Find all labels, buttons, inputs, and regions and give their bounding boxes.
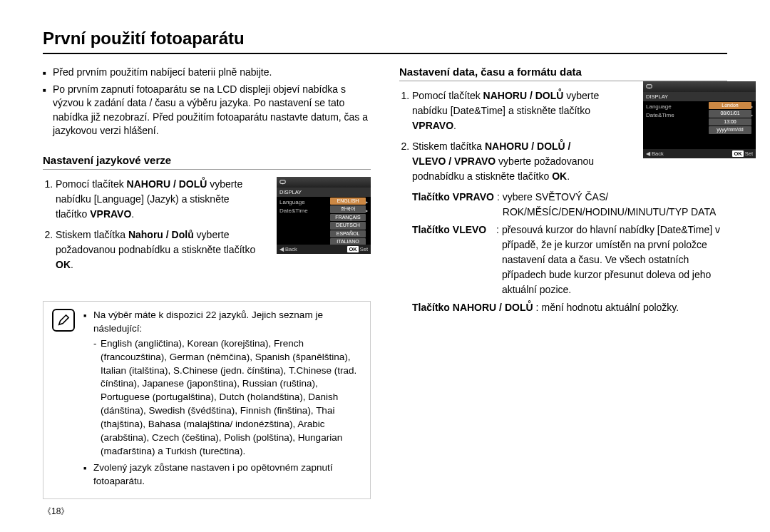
lcd-option: FRANÇAIS xyxy=(330,214,366,221)
svg-rect-3 xyxy=(649,88,650,88)
lcd-option: yyyy/mm/dd xyxy=(709,126,751,133)
intro-bullets: Před prvním použitím nabíjecí baterii pl… xyxy=(43,66,371,138)
lcd-options: London 08/01/01 13:00 yyyy/mm/dd xyxy=(707,101,753,135)
note-language-list: English (angličtina), Korean (korejština… xyxy=(93,337,361,459)
text-bold: Nahoru / Dolů xyxy=(128,229,194,240)
lcd-option: 13:00 xyxy=(709,118,751,126)
two-column-layout: Před prvním použitím nabíjecí baterii pl… xyxy=(43,66,727,499)
text: OK xyxy=(347,246,358,252)
page-number: 《18》 xyxy=(43,506,69,518)
lcd-option: 08/01/01 xyxy=(709,110,751,117)
lcd-options: ENGLISH 한국어 FRANÇAIS DEUTSCH ESPAÑOL ITA… xyxy=(328,197,368,246)
note-icon xyxy=(52,309,75,332)
lcd-footer: ◀ Back OK Set xyxy=(643,149,756,158)
lcd-display-label: DISPLAY xyxy=(277,188,371,197)
text: . xyxy=(567,170,570,182)
text: . xyxy=(453,120,456,131)
colon: : xyxy=(494,190,503,220)
pencil-icon xyxy=(57,314,70,327)
note-body: Na výběr máte k dispozici 22 jazyků. Jej… xyxy=(83,309,361,491)
lang-step-1: Pomocí tlačítek NAHORU / DOLŮ vyberte na… xyxy=(56,177,257,222)
datetime-steps-wrap: Pomocí tlačítek NAHORU / DOLŮ vyberte na… xyxy=(399,88,727,184)
text-bold: NAHORU / DOLŮ xyxy=(483,90,564,101)
text-bold: VPRAVO xyxy=(412,120,453,131)
chevron-left-icon: ◀ xyxy=(279,246,284,252)
lcd-back: ◀ Back xyxy=(279,246,297,252)
intro-bullet-2: Po prvním zapnutí fotoaparátu se na LCD … xyxy=(53,83,371,138)
language-steps: Pomocí tlačítek NAHORU / DOLŮ vyberte na… xyxy=(43,177,257,272)
colon: : xyxy=(493,222,502,297)
text-bold: OK xyxy=(56,259,71,270)
note-bullets: Na výběr máte k dispozici 22 jazyků. Jej… xyxy=(83,309,361,488)
svg-rect-2 xyxy=(647,85,652,88)
text: . xyxy=(71,259,73,270)
lcd-header xyxy=(643,81,756,92)
language-steps-wrap: Pomocí tlačítek NAHORU / DOLŮ vyberte na… xyxy=(43,177,371,272)
text: Stiskem tlačítka xyxy=(56,229,128,240)
datetime-step-1: Pomocí tlačítek NAHORU / DOLŮ vyberte na… xyxy=(412,88,606,133)
lcd-row-label: Language xyxy=(279,199,305,206)
datetime-step-2: Stiskem tlačítka NAHORU / DOLŮ / VLEVO /… xyxy=(412,139,606,184)
text: Back xyxy=(285,246,297,252)
def-label: Tlačítko VPRAVO xyxy=(412,190,494,220)
svg-rect-1 xyxy=(282,183,284,184)
language-section-title: Nastavení jazykové verze xyxy=(43,154,371,170)
lcd-row-label: Date&Time xyxy=(646,112,674,119)
button-definitions: Tlačítko VPRAVO: vybere SVĚTOVÝ ČAS/ ROK… xyxy=(399,190,727,315)
intro-bullet-1: Před prvním použitím nabíjecí baterii pl… xyxy=(53,66,371,80)
text: Stiskem tlačítka xyxy=(412,140,485,152)
lcd-header xyxy=(277,177,371,188)
display-icon xyxy=(279,179,286,185)
text: Set xyxy=(360,246,368,252)
def-row-right: Tlačítko VPRAVO: vybere SVĚTOVÝ ČAS/ ROK… xyxy=(412,190,727,220)
note-bullet-1: Na výběr máte k dispozici 22 jazyků. Jej… xyxy=(93,309,361,459)
lcd-option: ENGLISH xyxy=(330,198,366,205)
def-row-updown: Tlačítko NAHORU / DOLŮ: mění hodnotu akt… xyxy=(412,300,727,315)
text: OK xyxy=(732,150,743,157)
page-container: První použití fotoaparátu Před prvním po… xyxy=(0,0,770,532)
text: Pomocí tlačítek xyxy=(412,90,483,101)
chevron-left-icon: ◀ xyxy=(646,150,650,157)
def-label: Tlačítko NAHORU / DOLŮ xyxy=(412,300,533,315)
datetime-section-title: Nastavení data, času a formátu data xyxy=(399,66,727,81)
left-column: Před prvním použitím nabíjecí baterii pl… xyxy=(43,66,371,499)
text-bold: VPRAVO xyxy=(90,208,131,220)
lcd-row-label: Date&Time xyxy=(279,208,308,215)
def-row-left: Tlačítko VLEVO: přesouvá kurzor do hlavn… xyxy=(412,222,727,297)
lcd-ok-set: OK Set xyxy=(732,150,753,157)
text: Pomocí tlačítek xyxy=(56,178,127,190)
datetime-steps: Pomocí tlačítek NAHORU / DOLŮ vyberte na… xyxy=(399,88,606,184)
text-bold: NAHORU / DOLŮ xyxy=(127,178,207,190)
lcd-datetime: DISPLAY Language▶ Date&Time▶ London 08/0… xyxy=(643,81,756,158)
lcd-row-label: Language xyxy=(646,103,672,111)
page-title: První použití fotoaparátu xyxy=(43,29,727,54)
def-value: mění hodnotu aktuální položky. xyxy=(541,300,679,315)
display-icon xyxy=(646,83,652,90)
text: Set xyxy=(745,150,753,157)
svg-rect-0 xyxy=(280,180,285,183)
lcd-option: London xyxy=(709,102,751,109)
text: . xyxy=(131,208,134,220)
note-bullet-2: Zvolený jazyk zůstane nastaven i po opět… xyxy=(93,461,361,488)
lcd-option: DEUTSCH xyxy=(330,222,366,229)
lcd-ok-set: OK Set xyxy=(347,246,368,252)
colon: : xyxy=(533,300,542,315)
def-value: přesouvá kurzor do hlavní nabídky [Date&… xyxy=(502,222,727,297)
right-column: Nastavení data, času a formátu data Pomo… xyxy=(399,66,727,499)
text-bold: OK xyxy=(552,170,567,182)
def-value: vybere SVĚTOVÝ ČAS/ ROK/MĚSÍC/DEN/HODINU… xyxy=(503,190,727,220)
def-label: Tlačítko VLEVO xyxy=(412,222,493,297)
text: Na výběr máte k dispozici 22 jazyků. Jej… xyxy=(93,310,323,334)
text: Back xyxy=(652,150,664,157)
lcd-language: DISPLAY Language▶ Date&Time▶ ENGLISH 한국어… xyxy=(277,177,371,254)
lcd-option: ESPAÑOL xyxy=(330,230,366,237)
lcd-back: ◀ Back xyxy=(646,150,664,157)
lcd-option: 한국어 xyxy=(330,205,366,213)
lang-step-2: Stiskem tlačítka Nahoru / Dolů vyberte p… xyxy=(56,227,257,272)
lcd-display-label: DISPLAY xyxy=(643,92,756,101)
lcd-footer: ◀ Back OK Set xyxy=(277,245,371,254)
note-box: Na výběr máte k dispozici 22 jazyků. Jej… xyxy=(43,301,371,499)
